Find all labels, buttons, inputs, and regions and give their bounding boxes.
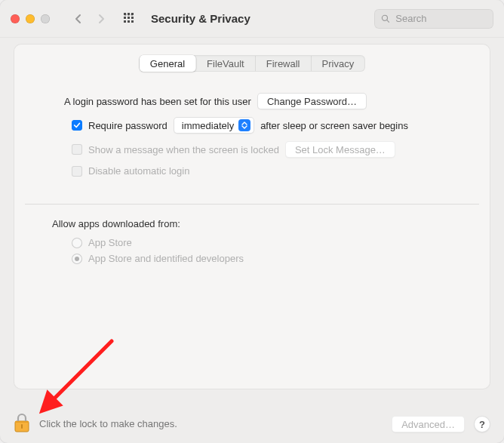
- popup-arrows-icon: [238, 119, 250, 131]
- svg-point-13: [131, 13, 134, 15]
- nav-arrows: [69, 10, 110, 28]
- require-password-delay-popup[interactable]: immediately: [174, 117, 254, 134]
- chevron-left-icon: [75, 14, 82, 24]
- downloads-heading: Allow apps downloaded from:: [52, 218, 469, 229]
- tab-segmented-control: General FileVault Firewall Privacy: [139, 55, 365, 72]
- svg-rect-19: [21, 424, 23, 429]
- svg-point-11: [124, 13, 127, 15]
- svg-rect-7: [124, 20, 126, 23]
- downloads-section: Allow apps downloaded from: App Store Ap…: [14, 205, 490, 264]
- tab-privacy[interactable]: Privacy: [312, 56, 365, 71]
- svg-rect-18: [15, 421, 29, 423]
- minimize-window-button[interactable]: [26, 14, 35, 23]
- forward-button[interactable]: [92, 10, 110, 28]
- zoom-window-button: [41, 14, 50, 23]
- set-lock-message-button: Set Lock Message…: [285, 141, 395, 158]
- svg-rect-6: [131, 17, 134, 19]
- advanced-button: Advanced…: [392, 416, 465, 432]
- tab-filevault[interactable]: FileVault: [196, 56, 256, 71]
- grid-icon: [124, 13, 136, 25]
- disable-auto-login-label: Disable automatic login: [88, 165, 189, 177]
- svg-rect-5: [128, 17, 130, 19]
- back-button[interactable]: [69, 10, 88, 28]
- check-icon: [73, 122, 81, 129]
- preferences-window: Security & Privacy General FileVault Fir…: [0, 0, 504, 443]
- change-password-button[interactable]: Change Password…: [257, 93, 367, 109]
- require-password-suffix: after sleep or screen saver begins: [260, 120, 408, 131]
- svg-rect-10: [124, 24, 126, 25]
- svg-rect-9: [131, 20, 134, 23]
- password-set-text: A login password has been set for this u…: [64, 96, 251, 107]
- search-field[interactable]: [374, 9, 493, 29]
- svg-point-12: [128, 13, 130, 15]
- help-button[interactable]: ?: [474, 416, 490, 432]
- disable-auto-login-checkbox: [72, 166, 82, 177]
- search-icon: [381, 14, 389, 23]
- tab-general[interactable]: General: [140, 55, 196, 72]
- footer: Click the lock to make changes. Advanced…: [0, 401, 504, 443]
- svg-rect-3: [135, 13, 136, 15]
- chevron-right-icon: [97, 14, 105, 24]
- content-panel: General FileVault Firewall Privacy A log…: [14, 44, 490, 389]
- search-input[interactable]: [394, 12, 487, 25]
- show-message-checkbox: [72, 144, 82, 155]
- lock-message: Click the lock to make changes.: [39, 418, 177, 429]
- tab-firewall[interactable]: Firewall: [256, 56, 312, 71]
- require-password-label: Require password: [88, 120, 167, 131]
- show-message-label: Show a message when the screen is locked: [88, 144, 279, 155]
- svg-rect-8: [128, 20, 130, 23]
- login-section: A login password has been set for this u…: [14, 72, 490, 177]
- radio-app-store-and-identified-label: App Store and identified developers: [88, 253, 244, 264]
- toolbar: Security & Privacy: [0, 0, 504, 38]
- page-title: Security & Privacy: [151, 12, 250, 25]
- svg-rect-4: [124, 17, 126, 19]
- lock-icon[interactable]: [14, 413, 30, 432]
- close-window-button[interactable]: [11, 14, 20, 23]
- tabs: General FileVault Firewall Privacy: [14, 55, 490, 72]
- require-password-checkbox[interactable]: [72, 120, 82, 131]
- svg-line-16: [387, 20, 389, 23]
- show-all-prefs-button[interactable]: [121, 10, 139, 28]
- radio-app-store-label: App Store: [88, 237, 132, 248]
- radio-app-store-and-identified: [72, 254, 82, 264]
- radio-app-store: [72, 238, 82, 248]
- require-password-delay-value: immediately: [182, 120, 234, 131]
- window-controls: [11, 14, 50, 23]
